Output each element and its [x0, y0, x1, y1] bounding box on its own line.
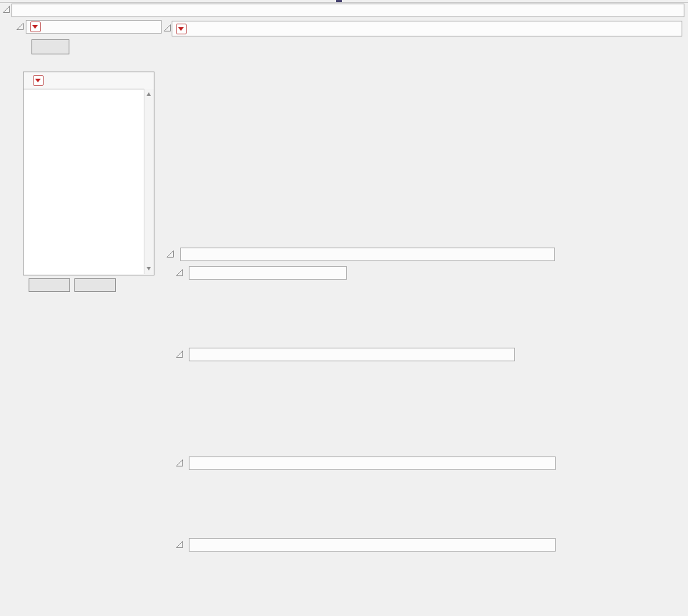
clear-button[interactable] [31, 39, 69, 54]
disclosure-triangle-ttest[interactable] [175, 350, 184, 358]
disclosure-triangle-aov[interactable] [175, 459, 184, 467]
scrollbar[interactable] [144, 89, 154, 274]
oneway-plot[interactable] [172, 36, 486, 243]
disclosure-triangle-plot[interactable] [163, 24, 172, 32]
main-title-box [11, 4, 684, 17]
jmp-report-window [0, 0, 688, 616]
pooled-t-test-header [189, 348, 515, 361]
scroll-up-icon[interactable] [147, 92, 151, 96]
disclosure-triangle-filter[interactable] [16, 22, 24, 31]
disclosure-triangle-main[interactable] [2, 5, 11, 14]
anova-section-header [180, 248, 555, 261]
red-triangle-menu-icon[interactable] [176, 24, 187, 34]
disclosure-triangle-anova[interactable] [166, 250, 175, 258]
summary-of-fit-header [189, 266, 347, 280]
disclosure-triangle-means[interactable] [175, 540, 184, 549]
red-triangle-menu-icon[interactable] [33, 75, 44, 86]
red-triangle-menu-icon[interactable] [30, 21, 41, 32]
parameter-filter-panel [23, 72, 154, 275]
report-filter-header [26, 20, 162, 34]
top-edge-artifact [336, 0, 342, 2]
or-button[interactable] [74, 278, 116, 292]
means-header [189, 538, 556, 552]
scroll-down-icon[interactable] [147, 267, 151, 270]
parameter-list-header [24, 72, 154, 89]
and-button[interactable] [29, 278, 70, 292]
plot-section-header [172, 21, 682, 36]
aov-header [189, 456, 556, 470]
disclosure-triangle-sof[interactable] [175, 268, 184, 277]
t-distribution-plot [368, 377, 544, 450]
top-divider [0, 2, 688, 3]
parameter-list [24, 89, 144, 274]
